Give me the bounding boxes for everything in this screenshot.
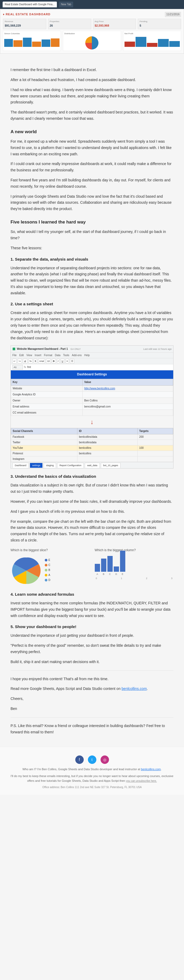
para-13: Data visualization is a subject in its o… [11,482,173,495]
red-arrow-indicator: ↓ [11,416,173,428]
footer-benlcollins-link[interactable]: benlcollins.com [141,768,161,771]
para-20: Build it, ship it and start making smart… [11,659,173,665]
mini-chart-bars2: Net Profit [123,31,181,51]
para-9: So, what would I tell my younger self, a… [11,229,173,241]
metric-avg-price: Avg Price $2,593,968 [93,19,136,29]
metric-properties: Properties 26 [48,19,91,29]
social-row-pinterest: Pinterest benlcollins [11,451,173,457]
twitter-icon[interactable]: t [88,756,96,764]
settings-table: Key Value Website http://www.benlcollins… [11,379,173,416]
bar-a: A [95,564,100,576]
para-5: For me, it opened up a whole new world. … [11,138,173,157]
para-10: These five lessons: [11,245,173,251]
para-19: "Perfect is the enemy of the good" remem… [11,643,173,655]
tab-settings[interactable]: settings [30,463,43,468]
sheet-tabs: Dashboard settings staging Report Config… [11,462,173,468]
bar-chart-label: Which is the biggest column? [95,548,174,553]
dashboard-preview: ♦ REAL ESTATE DASHBOARD 11/21/2016 Reven… [0,9,184,54]
bar-d: D [114,566,119,576]
browser-topbar: Real Estate Dashboard with Google Fina..… [0,0,184,9]
para-16: For example, compare the pie chart on th… [11,519,173,544]
charts-comparison: Which is the biggest slice? [11,548,173,587]
footer-description: I'll do my best to keep these emails int… [11,774,173,783]
para-12: Create and use a settings sheet for more… [11,310,173,341]
metric-pending: Pending 5 [138,19,181,29]
settings-header: Dashboard Settings [11,371,173,379]
para-8: I primarily use Google Sheets and Data S… [11,194,173,212]
facebook-icon[interactable]: f [75,756,84,764]
para-18: Understand the importance of just gettin… [11,633,173,639]
sheets-icon: ▦ [13,347,15,352]
tab-staging[interactable]: staging [44,463,56,468]
pie-chart-svg [11,555,42,587]
benlcollins-link[interactable]: benlcollins.com [122,687,147,691]
settings-row-ga: Google Analytics ID [11,391,173,398]
divider [11,670,173,671]
instagram-icon[interactable]: ◎ [101,756,109,764]
para-1: I remember the first time I built a dash… [11,67,173,73]
mini-chart-bars: Simon Columbia [3,31,61,51]
unsubscribe-link[interactable]: you can unsubscribe here. [126,780,157,782]
new-tab[interactable]: New Tab [59,2,73,7]
social-row-facebook: Facebook benlcollins/data 200 [11,434,173,440]
para-3: I had no idea what I was doing. I barely… [11,87,173,105]
signature-name: Ben [11,706,173,712]
spreadsheet-name: Website Management Dashboard - Part 1 [17,347,68,351]
spreadsheet-menu: File Edit View Insert Format Data Tools … [11,353,173,358]
formula-content: fmt [27,365,171,369]
section1-title: A new world [11,128,173,135]
social-icons-row: f t ◎ [11,756,173,764]
tab-dashboard[interactable]: Dashboard [13,463,29,468]
bar-chart-bars: A B C D E [95,555,174,576]
mini-chart-pie: Distribution [63,31,121,51]
closing-p1: I hope you enjoyed this content! That's … [11,676,173,682]
social-row-twitter: Twitter benlcollinsdata [11,440,173,445]
spreadsheet-saved: Last edit was 12 hours ago [143,347,171,351]
cheers: Cheers, [11,696,173,702]
active-tab[interactable]: Real Estate Dashboard with Google Fina..… [3,2,57,7]
bar-c: C [108,556,113,576]
metric-revenue: Revenue $91,568,229 [3,19,46,29]
ps-line: P.S. Like this email? Know a friend or c… [11,723,173,735]
spreadsheet-screenshot: ▦ Website Management Dashboard - Part 1 … [11,345,173,469]
settings-row-cc: CC email addresses [11,410,173,416]
lesson2-title: 2. Use a settings sheet [11,301,173,307]
lesson4-title: 4. Learn some advanced formulas [11,591,173,598]
settings-row-email: Email address bencollins@gmail.com [11,404,173,410]
tab-wait-data[interactable]: wait_data [85,463,100,468]
para-17: Invest some time learning the more compl… [11,600,173,619]
bar-b: B [101,558,106,576]
bar-chart-section: Which is the biggest column? A B C [95,548,174,581]
pie-chart-section: Which is the biggest slice? [11,548,89,587]
spreadsheet-toolbar: ↩ ↪ 🖨 % $ Arial 10 B I U ≡ ☰ [11,358,173,364]
bar-e: E [120,550,125,576]
dashboard-logo: ♦ REAL ESTATE DASHBOARD [3,12,51,17]
lesson5-title: 5. Show your dashboard to people! [11,624,173,630]
tab-bot-pages[interactable]: bot_10_pages [101,463,121,468]
email-footer: f t ◎ Who am I? I'm Ben Collins, Google … [0,747,184,795]
tab-report-config[interactable]: Report Configuration [57,463,84,468]
para-4: The dashboard wasn't pretty, and it cert… [11,109,173,122]
lesson3-title: 3. Understand the basics of data visuali… [11,473,173,480]
spreadsheet-subtitle: GA ONLY [71,347,81,351]
section2-title: Five lessons I learned the hard way [11,218,173,226]
social-channels-table: Social Channels ID Targets Facebook benl… [11,428,173,462]
divider2 [11,717,173,718]
footer-address: Office address: Ben Collins 111 2nd ave … [11,785,173,789]
para-15: And I gave you a bunch of info in my pre… [11,509,173,515]
bar-x-axis: 0123 [95,576,174,580]
pie-legend: E C B A D [45,558,50,583]
closing-p2: Read more Google Sheets, Apps Script and… [11,686,173,692]
para-14: However, if you can learn just some of t… [11,498,173,505]
social-row-instagram: Instagram [11,457,173,462]
para-6: If I could crank out some really impress… [11,161,173,173]
dashboard-date: 11/21/2016 [165,12,181,17]
para-7: Fast forward five years and I'm still bu… [11,177,173,190]
lesson1-title: 1. Separate the data, analysis and visua… [11,256,173,262]
pie-chart-label: Which is the biggest slice? [11,548,89,553]
footer-bio: Who am I? I'm Ben Collins, Google Sheets… [11,767,173,772]
formula-bar: A1 fx fmt [11,364,173,371]
settings-row-owner: Owner Ben Collins [11,398,173,404]
cell-reference: A1 [13,365,23,369]
para-2: After a lot of headaches and frustration… [11,77,173,83]
